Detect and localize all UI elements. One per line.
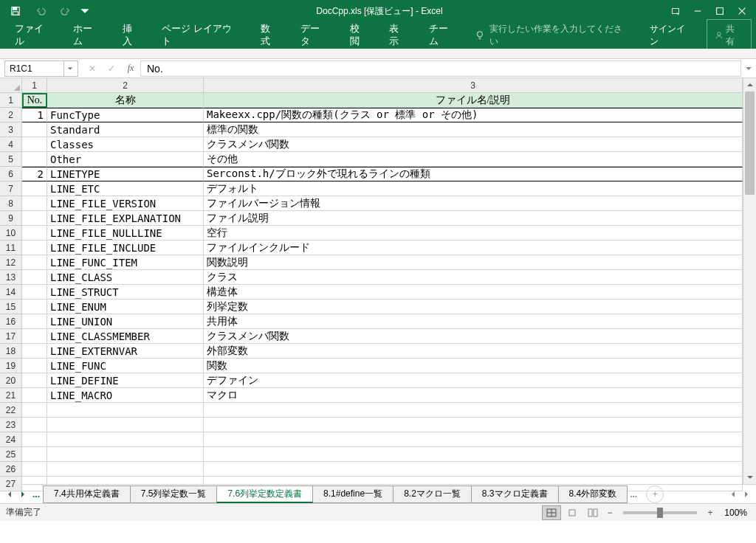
row-header[interactable]: 17 <box>0 329 22 344</box>
sign-in-link[interactable]: サインイン <box>642 18 701 52</box>
enter-formula-button[interactable]: ✓ <box>102 60 121 77</box>
tab-scroll-left[interactable] <box>3 488 16 501</box>
sheet-tab[interactable]: 7.6列挙定数定義書 <box>216 485 313 503</box>
hscroll-left[interactable] <box>726 491 740 498</box>
hscroll-right[interactable] <box>740 491 753 498</box>
cell[interactable] <box>22 447 47 462</box>
tab-overflow-right[interactable]: ... <box>627 489 640 499</box>
cell[interactable]: ファイル説明 <box>204 211 743 226</box>
tell-me-search[interactable]: 実行したい作業を入力してください <box>467 18 636 52</box>
page-break-view-button[interactable] <box>583 505 602 520</box>
cell[interactable]: LINE_MACRO <box>47 388 204 403</box>
zoom-in-button[interactable]: + <box>704 508 716 518</box>
name-box[interactable]: R1C1 <box>4 60 78 77</box>
row-header[interactable]: 11 <box>0 241 22 255</box>
cell[interactable] <box>204 403 743 418</box>
row-header[interactable]: 3 <box>0 122 22 137</box>
name-box-dropdown[interactable] <box>63 61 73 76</box>
row-header[interactable]: 2 <box>0 108 22 122</box>
cell[interactable]: クラスメンバ関数 <box>204 329 743 344</box>
column-header-2[interactable]: 2 <box>47 78 204 93</box>
row-header[interactable]: 5 <box>0 152 22 167</box>
expand-formula-bar[interactable] <box>741 65 756 72</box>
cell[interactable] <box>204 462 743 477</box>
cell[interactable]: マクロ <box>204 388 743 403</box>
select-all-cell[interactable] <box>0 78 22 93</box>
zoom-slider[interactable] <box>623 511 697 514</box>
cell[interactable] <box>22 344 47 359</box>
cell[interactable]: 関数説明 <box>204 255 743 270</box>
cell[interactable]: LINE_FUNC_ITEM <box>47 255 204 270</box>
page-layout-view-button[interactable] <box>563 505 582 520</box>
share-button[interactable]: 共有 <box>707 19 752 52</box>
cell[interactable]: LINE_CLASS <box>47 270 204 285</box>
sheet-tab[interactable]: 8.2マクロ一覧 <box>393 485 472 503</box>
sheet-tab[interactable]: 8.3マクロ定義書 <box>471 485 559 503</box>
cell[interactable]: No. <box>22 93 47 108</box>
cell[interactable] <box>22 255 47 270</box>
sheet-tab[interactable]: 7.4共用体定義書 <box>43 485 131 503</box>
cell[interactable]: LINE_ENUM <box>47 300 204 314</box>
cell[interactable] <box>22 226 47 241</box>
cell[interactable]: LINE_STRUCT <box>47 285 204 300</box>
cell[interactable] <box>22 329 47 344</box>
zoom-out-button[interactable]: − <box>604 508 616 518</box>
tab-home[interactable]: ホーム <box>63 17 111 54</box>
cell[interactable]: 1 <box>22 108 47 122</box>
cell[interactable] <box>22 462 47 477</box>
sheet-tab[interactable]: 8.4外部変数 <box>558 485 628 503</box>
cell[interactable]: Makeexx.cpp/関数の種類(クラス or 標準 or その他) <box>204 108 743 122</box>
row-header[interactable]: 14 <box>0 285 22 300</box>
tab-insert[interactable]: 挿入 <box>112 17 152 54</box>
cell[interactable]: 標準の関数 <box>204 122 743 137</box>
scroll-up-button[interactable] <box>743 78 756 91</box>
cell[interactable]: 空行 <box>204 226 743 241</box>
cell[interactable] <box>22 403 47 418</box>
cell[interactable]: LINE_FILE_NULLLINE <box>47 226 204 241</box>
cell[interactable]: LINE_FUNC <box>47 359 204 373</box>
tab-formulas[interactable]: 数式 <box>250 17 290 54</box>
cell[interactable] <box>22 270 47 285</box>
cell[interactable]: LINE_ETC <box>47 181 204 196</box>
row-header[interactable]: 6 <box>0 167 22 181</box>
cell[interactable]: ファイルバージョン情報 <box>204 196 743 211</box>
column-header-3[interactable]: 3 <box>204 78 743 93</box>
row-header[interactable]: 10 <box>0 226 22 241</box>
cell[interactable]: FuncType <box>47 108 204 122</box>
row-header[interactable]: 26 <box>0 462 22 477</box>
zoom-slider-thumb[interactable] <box>657 508 663 518</box>
cell[interactable] <box>22 241 47 255</box>
row-header[interactable]: 4 <box>0 137 22 152</box>
cell[interactable] <box>22 300 47 314</box>
undo-button[interactable] <box>30 0 52 22</box>
cell[interactable] <box>22 359 47 373</box>
cell[interactable]: LINETYPE <box>47 167 204 181</box>
cell[interactable] <box>22 137 47 152</box>
row-header[interactable]: 24 <box>0 432 22 447</box>
row-header[interactable]: 21 <box>0 388 22 403</box>
row-header[interactable]: 1 <box>0 93 22 108</box>
cell[interactable] <box>22 373 47 388</box>
cell[interactable]: 構造体 <box>204 285 743 300</box>
tab-data[interactable]: データ <box>290 17 339 54</box>
scroll-thumb[interactable] <box>745 91 755 195</box>
row-header[interactable]: 22 <box>0 403 22 418</box>
cell[interactable] <box>47 432 204 447</box>
cell[interactable] <box>204 418 743 432</box>
cell[interactable] <box>47 462 204 477</box>
fx-icon[interactable]: fx <box>121 63 140 74</box>
row-header[interactable]: 18 <box>0 344 22 359</box>
cell[interactable]: クラスメンバ関数 <box>204 137 743 152</box>
cell[interactable] <box>22 196 47 211</box>
cell[interactable]: クラス <box>204 270 743 285</box>
cell[interactable]: 共用体 <box>204 314 743 329</box>
tab-view[interactable]: 表示 <box>379 17 419 54</box>
cell[interactable]: その他 <box>204 152 743 167</box>
cell[interactable]: デファイン <box>204 373 743 388</box>
cell[interactable] <box>47 447 204 462</box>
cancel-formula-button[interactable]: ✕ <box>83 60 102 77</box>
cell[interactable]: Serconst.h/ブロック外で現れるラインの種類 <box>204 167 743 181</box>
cell[interactable]: LINE_UNION <box>47 314 204 329</box>
row-header[interactable]: 15 <box>0 300 22 314</box>
cell[interactable]: デフォルト <box>204 181 743 196</box>
